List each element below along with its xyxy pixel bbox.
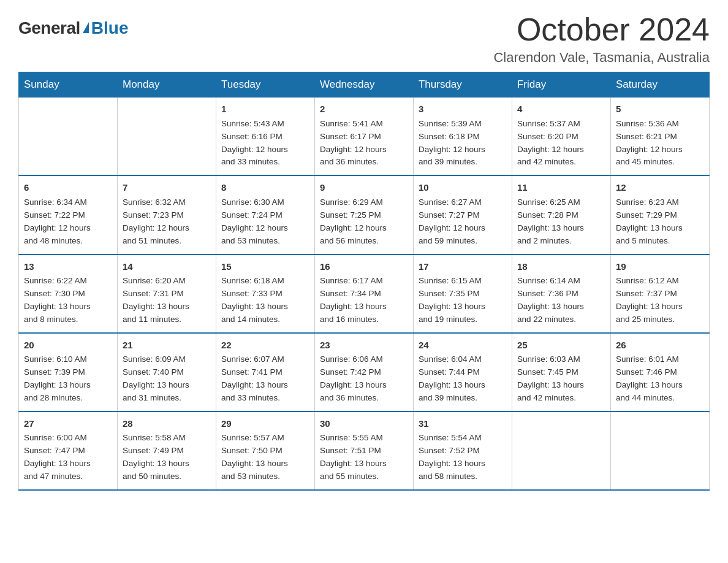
day-number: 9 — [320, 181, 408, 195]
calendar-cell — [512, 412, 610, 490]
day-info: Sunrise: 5:37 AM Sunset: 6:20 PM Dayligh… — [517, 118, 605, 169]
calendar-cell: 9Sunrise: 6:29 AM Sunset: 7:25 PM Daylig… — [314, 175, 413, 254]
day-info: Sunrise: 6:14 AM Sunset: 7:36 PM Dayligh… — [517, 275, 605, 326]
calendar-cell: 18Sunrise: 6:14 AM Sunset: 7:36 PM Dayli… — [512, 255, 610, 333]
day-info: Sunrise: 6:06 AM Sunset: 7:42 PM Dayligh… — [320, 353, 408, 405]
day-number: 27 — [24, 417, 112, 431]
day-info: Sunrise: 6:22 AM Sunset: 7:30 PM Dayligh… — [24, 275, 112, 326]
calendar-cell: 20Sunrise: 6:10 AM Sunset: 7:39 PM Dayli… — [19, 333, 118, 412]
header-cell-monday: Monday — [117, 72, 216, 98]
day-info: Sunrise: 6:32 AM Sunset: 7:23 PM Dayligh… — [123, 196, 211, 248]
week-row-3: 13Sunrise: 6:22 AM Sunset: 7:30 PM Dayli… — [19, 255, 710, 333]
day-info: Sunrise: 6:09 AM Sunset: 7:40 PM Dayligh… — [123, 353, 211, 405]
logo-triangle-icon — [83, 22, 89, 33]
day-number: 28 — [123, 417, 211, 431]
day-number: 14 — [123, 260, 211, 274]
calendar-cell: 4Sunrise: 5:37 AM Sunset: 6:20 PM Daylig… — [512, 98, 610, 176]
calendar-cell: 12Sunrise: 6:23 AM Sunset: 7:29 PM Dayli… — [610, 175, 709, 254]
day-number: 25 — [517, 339, 605, 353]
day-number: 12 — [616, 181, 704, 195]
calendar-cell: 11Sunrise: 6:25 AM Sunset: 7:28 PM Dayli… — [512, 175, 610, 254]
header-cell-thursday: Thursday — [413, 72, 512, 98]
calendar-cell: 25Sunrise: 6:03 AM Sunset: 7:45 PM Dayli… — [512, 333, 610, 412]
day-info: Sunrise: 6:01 AM Sunset: 7:46 PM Dayligh… — [616, 353, 704, 405]
calendar-cell: 6Sunrise: 6:34 AM Sunset: 7:22 PM Daylig… — [19, 175, 118, 254]
calendar-cell — [117, 98, 216, 176]
calendar-cell: 1Sunrise: 5:43 AM Sunset: 6:16 PM Daylig… — [216, 98, 314, 176]
day-number: 13 — [24, 260, 112, 274]
day-number: 31 — [419, 417, 507, 431]
calendar-header: SundayMondayTuesdayWednesdayThursdayFrid… — [19, 72, 710, 98]
day-number: 17 — [419, 260, 507, 274]
day-info: Sunrise: 6:29 AM Sunset: 7:25 PM Dayligh… — [320, 196, 408, 248]
day-number: 3 — [419, 102, 507, 117]
day-info: Sunrise: 5:36 AM Sunset: 6:21 PM Dayligh… — [616, 118, 704, 169]
day-info: Sunrise: 5:43 AM Sunset: 6:16 PM Dayligh… — [221, 118, 309, 169]
calendar-cell: 10Sunrise: 6:27 AM Sunset: 7:27 PM Dayli… — [413, 175, 512, 254]
calendar-cell: 29Sunrise: 5:57 AM Sunset: 7:50 PM Dayli… — [216, 412, 314, 490]
calendar-cell: 17Sunrise: 6:15 AM Sunset: 7:35 PM Dayli… — [413, 255, 512, 333]
header-cell-sunday: Sunday — [19, 72, 118, 98]
calendar-cell: 16Sunrise: 6:17 AM Sunset: 7:34 PM Dayli… — [314, 255, 413, 333]
calendar-cell: 7Sunrise: 6:32 AM Sunset: 7:23 PM Daylig… — [117, 175, 216, 254]
day-number: 24 — [419, 339, 507, 353]
day-info: Sunrise: 5:54 AM Sunset: 7:52 PM Dayligh… — [419, 432, 507, 483]
day-number: 10 — [419, 181, 507, 195]
day-number: 22 — [221, 339, 309, 353]
day-info: Sunrise: 6:10 AM Sunset: 7:39 PM Dayligh… — [24, 353, 112, 405]
day-info: Sunrise: 6:07 AM Sunset: 7:41 PM Dayligh… — [221, 353, 309, 405]
day-info: Sunrise: 6:03 AM Sunset: 7:45 PM Dayligh… — [517, 353, 605, 405]
calendar-cell: 27Sunrise: 6:00 AM Sunset: 7:47 PM Dayli… — [19, 412, 118, 490]
day-info: Sunrise: 6:12 AM Sunset: 7:37 PM Dayligh… — [616, 275, 704, 326]
day-info: Sunrise: 6:30 AM Sunset: 7:24 PM Dayligh… — [221, 196, 309, 248]
day-info: Sunrise: 6:23 AM Sunset: 7:29 PM Dayligh… — [616, 196, 704, 248]
day-number: 11 — [517, 181, 605, 195]
day-info: Sunrise: 6:15 AM Sunset: 7:35 PM Dayligh… — [419, 275, 507, 326]
header-cell-tuesday: Tuesday — [216, 72, 314, 98]
header-row: SundayMondayTuesdayWednesdayThursdayFrid… — [19, 72, 710, 98]
day-number: 23 — [320, 339, 408, 353]
day-info: Sunrise: 5:55 AM Sunset: 7:51 PM Dayligh… — [320, 432, 408, 483]
day-number: 8 — [221, 181, 309, 195]
logo-general-text: General — [18, 18, 80, 38]
week-row-2: 6Sunrise: 6:34 AM Sunset: 7:22 PM Daylig… — [19, 175, 710, 254]
day-info: Sunrise: 5:57 AM Sunset: 7:50 PM Dayligh… — [221, 432, 309, 483]
day-info: Sunrise: 6:17 AM Sunset: 7:34 PM Dayligh… — [320, 275, 408, 326]
day-number: 16 — [320, 260, 408, 274]
calendar-cell — [610, 412, 709, 490]
calendar-cell: 3Sunrise: 5:39 AM Sunset: 6:18 PM Daylig… — [413, 98, 512, 176]
day-number: 18 — [517, 260, 605, 274]
day-info: Sunrise: 6:25 AM Sunset: 7:28 PM Dayligh… — [517, 196, 605, 248]
calendar-cell: 22Sunrise: 6:07 AM Sunset: 7:41 PM Dayli… — [216, 333, 314, 412]
day-number: 29 — [221, 417, 309, 431]
calendar-cell: 24Sunrise: 6:04 AM Sunset: 7:44 PM Dayli… — [413, 333, 512, 412]
day-info: Sunrise: 6:18 AM Sunset: 7:33 PM Dayligh… — [221, 275, 309, 326]
calendar-cell: 30Sunrise: 5:55 AM Sunset: 7:51 PM Dayli… — [314, 412, 413, 490]
day-info: Sunrise: 6:27 AM Sunset: 7:27 PM Dayligh… — [419, 196, 507, 248]
day-info: Sunrise: 5:39 AM Sunset: 6:18 PM Dayligh… — [419, 118, 507, 169]
calendar-cell: 28Sunrise: 5:58 AM Sunset: 7:49 PM Dayli… — [117, 412, 216, 490]
day-number: 21 — [123, 339, 211, 353]
day-number: 1 — [221, 102, 309, 117]
calendar-body: 1Sunrise: 5:43 AM Sunset: 6:16 PM Daylig… — [19, 98, 710, 490]
calendar-cell: 5Sunrise: 5:36 AM Sunset: 6:21 PM Daylig… — [610, 98, 709, 176]
day-info: Sunrise: 5:41 AM Sunset: 6:17 PM Dayligh… — [320, 118, 408, 169]
week-row-5: 27Sunrise: 6:00 AM Sunset: 7:47 PM Dayli… — [19, 412, 710, 490]
day-info: Sunrise: 6:20 AM Sunset: 7:31 PM Dayligh… — [123, 275, 211, 326]
location-subtitle: Clarendon Vale, Tasmania, Australia — [493, 50, 710, 66]
day-number: 4 — [517, 102, 605, 117]
calendar-cell: 21Sunrise: 6:09 AM Sunset: 7:40 PM Dayli… — [117, 333, 216, 412]
title-section: October 2024 Clarendon Vale, Tasmania, A… — [493, 12, 710, 66]
day-number: 2 — [320, 102, 408, 117]
calendar-cell: 14Sunrise: 6:20 AM Sunset: 7:31 PM Dayli… — [117, 255, 216, 333]
day-info: Sunrise: 6:00 AM Sunset: 7:47 PM Dayligh… — [24, 432, 112, 483]
week-row-4: 20Sunrise: 6:10 AM Sunset: 7:39 PM Dayli… — [19, 333, 710, 412]
calendar-cell: 26Sunrise: 6:01 AM Sunset: 7:46 PM Dayli… — [610, 333, 709, 412]
day-number: 15 — [221, 260, 309, 274]
day-number: 7 — [123, 181, 211, 195]
calendar-cell: 8Sunrise: 6:30 AM Sunset: 7:24 PM Daylig… — [216, 175, 314, 254]
header-cell-wednesday: Wednesday — [314, 72, 413, 98]
calendar-cell: 23Sunrise: 6:06 AM Sunset: 7:42 PM Dayli… — [314, 333, 413, 412]
calendar-cell: 31Sunrise: 5:54 AM Sunset: 7:52 PM Dayli… — [413, 412, 512, 490]
week-row-1: 1Sunrise: 5:43 AM Sunset: 6:16 PM Daylig… — [19, 98, 710, 176]
